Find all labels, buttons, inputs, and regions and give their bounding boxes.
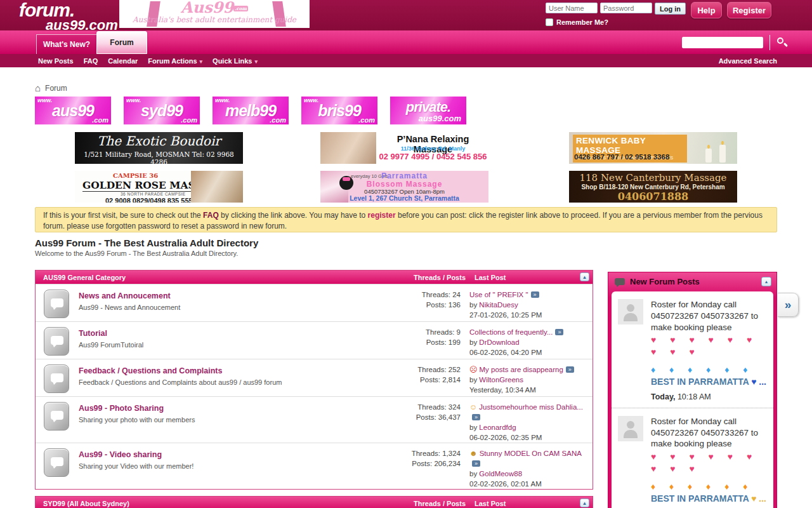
forum-description: Sharing your Video with our member! — [79, 462, 381, 470]
banner-brand: Aus99.com — [119, 0, 310, 15]
sidebar-header: New Forum Posts — [608, 272, 776, 291]
by-label: by — [469, 301, 479, 309]
avatar — [618, 299, 643, 324]
last-post-author-link[interactable]: DrDownload — [479, 338, 519, 346]
remember-me-label: Remember Me? — [556, 18, 608, 26]
post-text: Roster for Monday call 0450723267 045073… — [651, 417, 758, 449]
nav-faq[interactable]: FAQ — [84, 57, 98, 65]
last-post-date: 27-01-2026, 10:25 PM — [469, 310, 589, 320]
ad-canterbury-massage[interactable]: 118 New Canterbury Massage Shop B/118-12… — [569, 171, 737, 203]
faq-link[interactable]: FAQ — [203, 211, 219, 220]
by-label: by — [469, 376, 479, 384]
forum-title-link[interactable]: Aus99 - Photo Sharing — [79, 404, 164, 413]
remember-me-checkbox[interactable] — [546, 18, 553, 26]
ad-phone: 0426 867 797 / 02 9518 3368 — [574, 153, 669, 161]
threads-count: Threads: 1,324 — [381, 448, 461, 458]
site-banner-row: www. aus99 .com www. syd99 .com www. mel… — [35, 97, 466, 124]
posts-count: Posts: 36,437 — [381, 412, 461, 422]
banner-aus99[interactable]: www. aus99 .com — [35, 97, 111, 124]
last-post-author-link[interactable]: NikitaDuesy — [479, 301, 518, 309]
banner-tld: .com — [181, 116, 197, 124]
ad-golden-rose-massage[interactable]: CAMPSIE 36 GOLDEN ROSE MASSAGE 36 NORTH … — [75, 171, 243, 203]
ad-exotic-boudoir[interactable]: The Exotic Boudoir 1/521 Military Road, … — [75, 132, 243, 164]
nav-forum-actions[interactable]: Forum Actions — [148, 57, 202, 65]
forum-icon — [44, 327, 69, 356]
posts-count: Posts: 199 — [381, 337, 461, 347]
goto-last-post-icon[interactable] — [531, 291, 539, 298]
register-link[interactable]: register — [368, 211, 396, 220]
site-logo[interactable]: forum. aus99.com — [19, 1, 118, 32]
last-post-title-link[interactable]: Justsomehourhoe miss Dahlia... — [479, 403, 583, 411]
last-post-date: 06-02-2026, 02:35 PM — [469, 432, 589, 443]
forum-icon — [44, 364, 69, 393]
sidebar-post[interactable]: Roster for Monday call 0450723267 045073… — [612, 291, 773, 408]
search-button[interactable] — [775, 36, 789, 50]
threads-count: Threads: 324 — [381, 402, 461, 412]
forum-title-link[interactable]: News and Annoucement — [79, 291, 171, 300]
nav-new-posts[interactable]: New Posts — [38, 57, 74, 65]
top-header-bar: forum. aus99.com Aus99.com Australia's b… — [0, 0, 812, 30]
threads-count: Threads: 9 — [381, 327, 461, 337]
banner-tagline: Australia's best adult entertainment gui… — [119, 15, 310, 24]
ad-renwick-massage[interactable]: RENWICK BABY MASSAGE RENWICK ST LEICHHAR… — [569, 132, 737, 164]
last-post-author-link[interactable]: WiltonGreens — [479, 376, 523, 384]
sidebar-panel: Roster for Monday call 0450723267 045073… — [612, 291, 773, 508]
nav-calendar[interactable]: Calendar — [108, 57, 138, 65]
last-post-title-link[interactable]: Use of " PREFIX " — [469, 291, 528, 298]
last-post-title-link[interactable]: My posts are disappearng — [480, 366, 563, 373]
banner-tld: .com — [92, 116, 108, 124]
password-input[interactable] — [600, 3, 652, 13]
forum-title-link[interactable]: Aus99 - Video sharing — [79, 450, 162, 459]
banner-melb99[interactable]: www. melb99 .com — [213, 97, 289, 124]
advanced-search-link[interactable]: Advanced Search — [719, 54, 777, 67]
ad-pnana-massage[interactable]: P’Nana Relaxing Massage 11/36 Sydney Rd.… — [320, 132, 488, 164]
banner-syd99[interactable]: www. syd99 .com — [124, 97, 200, 124]
header-banner[interactable]: Aus99.com Australia's best adult enterta… — [119, 0, 310, 28]
ad-title: RENWICK BABY MASSAGE — [576, 136, 684, 155]
angry-face-icon: ☹ — [469, 365, 478, 374]
sidebar-expand-chevrons-button[interactable] — [778, 293, 799, 317]
sidebar-post[interactable]: Roster for Monday call 0450723267 045073… — [612, 408, 773, 508]
last-post-author-link[interactable]: Leonardfdg — [479, 424, 516, 431]
forum-description: Aus99 - News and Annoucement — [79, 304, 381, 311]
hearts-emoji-row: ♥ ♥ ♥ ♥ ♥ ♥ ♥ ♥ ♥ — [651, 451, 768, 474]
login-button[interactable]: Log in — [655, 3, 686, 15]
sub-navigation-bar: New Posts FAQ Calendar Forum Actions Qui… — [0, 54, 812, 67]
search-input[interactable] — [682, 37, 763, 48]
banner-bris99[interactable]: www. bris99 .com — [301, 97, 377, 124]
posts-count: Posts: 206,234 — [381, 458, 461, 469]
collapse-category-button[interactable] — [580, 498, 589, 507]
goto-last-post-icon[interactable] — [472, 414, 480, 420]
last-post-title-link[interactable]: Collections of frequently... — [469, 328, 553, 336]
threads-count: Threads: 24 — [381, 290, 461, 300]
banner-private-aus99[interactable]: private. aus99.com — [390, 97, 466, 124]
post-highlight: BEST IN PARRAMATTA — [651, 377, 751, 387]
search-icon-handle — [783, 43, 788, 47]
username-input[interactable] — [546, 3, 598, 13]
tab-forum[interactable]: Forum — [96, 31, 147, 54]
post-date-label: Today, — [651, 392, 675, 401]
forum-title-link[interactable]: Feedback / Questions and Complaints — [79, 366, 222, 375]
last-post-author-link[interactable]: GoldMeow88 — [479, 470, 522, 478]
goto-last-post-icon[interactable] — [555, 329, 563, 335]
ad-blossom-massage[interactable]: everyday 10 Girls Parramatta Blossom Mas… — [320, 171, 488, 203]
goto-last-post-icon[interactable] — [566, 366, 574, 373]
home-icon[interactable]: ⌂ — [35, 83, 41, 93]
goto-last-post-icon[interactable] — [472, 460, 480, 467]
collapse-category-button[interactable] — [580, 272, 589, 281]
collapse-sidebar-button[interactable] — [761, 277, 771, 286]
category-title: SYD99 (All About Sydney) — [43, 500, 129, 507]
register-button[interactable]: Register — [727, 2, 771, 18]
forum-title-link[interactable]: Tutorial — [79, 329, 107, 338]
notice-text: If this is your first visit, be sure to … — [43, 211, 203, 220]
help-button[interactable]: Help — [691, 2, 722, 18]
ad-phone: 02 9977 4995 / 0452 545 856 — [377, 152, 488, 161]
forum-description: Sharing your photo with our members — [79, 416, 381, 424]
tab-whats-new[interactable]: What's New? — [36, 34, 97, 54]
breadcrumb-forum-link[interactable]: Forum — [45, 84, 67, 93]
last-post-title-link[interactable]: Stunny MODEL On CAM SANA — [480, 450, 582, 457]
posts-count: Posts: 136 — [381, 300, 461, 310]
category-syd99: SYD99 (All About Sydney) Threads / Posts… — [35, 496, 593, 508]
heart-icon: ♥ ... — [751, 377, 766, 387]
nav-quick-links[interactable]: Quick Links — [213, 57, 258, 65]
